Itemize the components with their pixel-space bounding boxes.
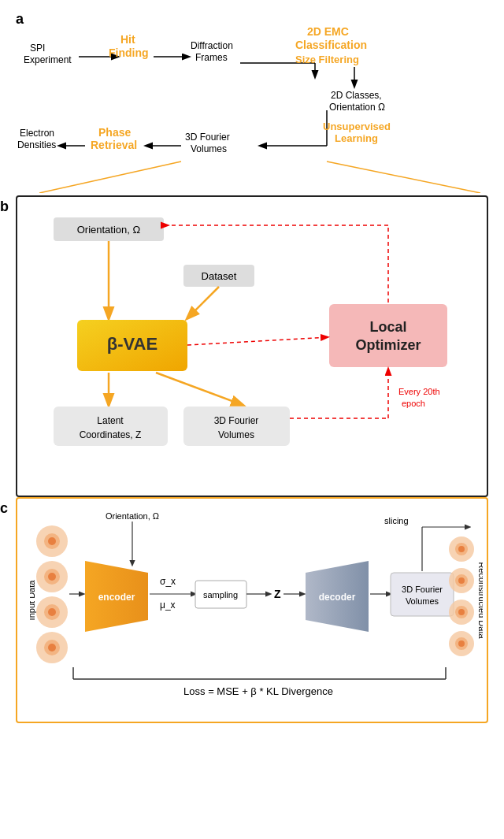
retrieval-text: Retrieval — [91, 139, 137, 151]
svg-line-23 — [156, 373, 243, 405]
local-optimizer-text2: Optimizer — [355, 337, 421, 353]
epoch-text2: epoch — [402, 399, 425, 408]
volumes-text: Volumes — [191, 143, 227, 154]
orientation-c-text: Orientation, Ω — [106, 511, 159, 521]
latent-text2: Coordinates, Z — [80, 429, 142, 440]
svg-point-52 — [458, 546, 465, 552]
encoder-text: encoder — [98, 592, 135, 603]
fourier-b-text1: 3D Fourier — [214, 415, 259, 426]
svg-point-58 — [458, 609, 465, 615]
classes-text: 2D Classes, — [331, 90, 382, 101]
label-b: b — [0, 199, 9, 215]
learning-text: Learning — [335, 132, 378, 144]
hit-finding-text2: Finding — [109, 46, 149, 59]
classification-text: Classification — [295, 39, 367, 51]
hit-finding-text: Hit — [120, 33, 135, 46]
unsupervised-text: Unsupervised — [323, 121, 391, 132]
fourier-text: 3D Fourier — [185, 132, 230, 143]
svg-point-61 — [458, 640, 465, 647]
densities-text: Densities — [17, 139, 56, 150]
section-b-diagram: Orientation, Ω Dataset β-VAE Local Optim… — [30, 210, 479, 470]
input-data-label: Input Data — [30, 580, 36, 621]
diffraction-text: Diffraction — [191, 40, 233, 51]
orientation-text: Orientation Ω — [329, 102, 385, 113]
decoder-text: decoder — [319, 592, 356, 603]
section-b-container: b Orientation, Ω Dataset — [16, 195, 488, 497]
electron-text: Electron — [20, 128, 54, 139]
experiment-text: Experiment — [24, 54, 72, 65]
sampling-text: sampling — [203, 590, 238, 600]
label-a: a — [16, 11, 24, 27]
section-c-diagram: Input Data Orientation, Ω encoder σ_x μ_… — [30, 510, 483, 707]
local-optimizer-text1: Local — [369, 319, 406, 335]
main-container: a SPI Experiment Hit Finding Diffraction… — [0, 0, 504, 731]
frames-text: Frames — [195, 52, 228, 63]
svg-line-10 — [327, 161, 480, 193]
reconstructed-label: Reconstructed Data — [477, 562, 483, 639]
slicing-text: slicing — [384, 516, 409, 525]
epoch-text1: Every 20th — [398, 387, 440, 396]
mu-text: μ_x — [160, 600, 176, 611]
fourier-c-text2: Volumes — [406, 596, 439, 606]
svg-line-9 — [39, 161, 181, 193]
svg-rect-16 — [329, 304, 447, 367]
dataset-text: Dataset — [202, 270, 237, 282]
section-a-diagram: a SPI Experiment Hit Finding Diffraction… — [16, 8, 488, 193]
latent-text1: Latent — [97, 415, 124, 426]
orientation-b-text: Orientation, Ω — [77, 224, 141, 236]
svg-point-55 — [458, 577, 465, 584]
sigma-text: σ_x — [160, 576, 176, 587]
loss-text: Loss = MSE + β * KL Divergence — [183, 685, 333, 697]
emc-text: 2D EMC — [307, 25, 349, 38]
svg-point-37 — [48, 644, 56, 652]
beta-vae-text: β-VAE — [107, 334, 158, 354]
phase-text: Phase — [98, 126, 131, 139]
label-c: c — [0, 500, 8, 517]
section-c-container: c — [16, 497, 488, 723]
svg-point-31 — [48, 573, 56, 581]
fourier-b-text2: Volumes — [218, 429, 254, 440]
svg-line-14 — [187, 287, 219, 318]
svg-line-17 — [187, 337, 328, 345]
svg-point-34 — [48, 608, 56, 616]
z-text: Z — [274, 588, 281, 600]
svg-rect-47 — [391, 573, 454, 616]
spi-text: SPI — [30, 43, 45, 54]
svg-point-28 — [48, 537, 56, 545]
size-filtering-text: Size Filtering — [295, 54, 359, 65]
fourier-c-text1: 3D Fourier — [402, 585, 443, 594]
